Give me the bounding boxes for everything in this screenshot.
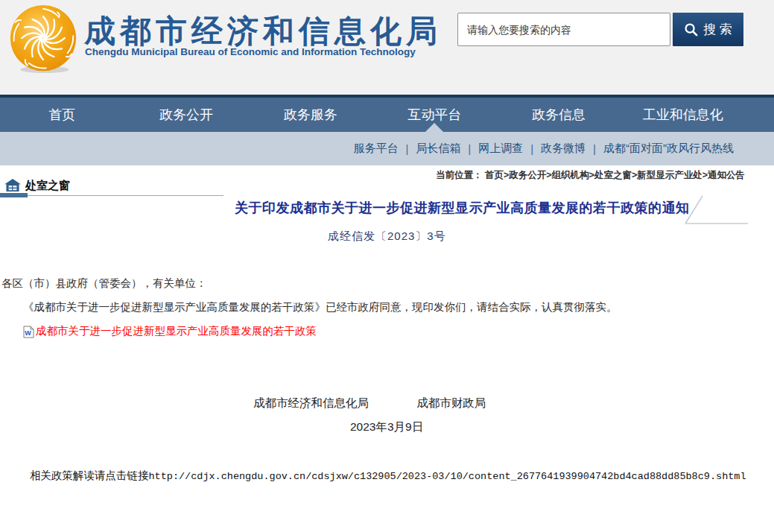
main-nav: 首页 政务公开 政务服务 互动平台 政务信息 工业和信息化 [0, 95, 774, 132]
signature-org-left: 成都市经济和信息化局 [253, 396, 369, 409]
article-salutation: 各区（市）县政府（管委会），有关单位： [1, 276, 207, 291]
subnav-separator: | [468, 142, 471, 155]
sub-nav: 服务平台 | 局长信箱 | 网上调查 | 政务微博 | 成都“面对面”政风行风热… [0, 132, 774, 165]
title-decoration [679, 192, 773, 227]
document-number: 成经信发〔2023〕3号 [328, 229, 446, 244]
breadcrumb-prefix: 当前位置： [436, 170, 483, 180]
subnav-item-service-platform[interactable]: 服务平台 [353, 142, 398, 156]
active-nav-arrow-icon [425, 123, 443, 132]
search-button[interactable]: 搜 索 [673, 13, 743, 46]
nav-item-home[interactable]: 首页 [0, 98, 124, 132]
related-policy-line: 相关政策解读请点击链接http://cdjx.chengdu.gov.cn/cd… [30, 469, 746, 483]
related-policy-prefix: 相关政策解读请点击链接 [30, 469, 149, 481]
nav-item-gov-disclosure[interactable]: 政务公开 [124, 98, 249, 132]
sun-bird-logo-icon[interactable] [7, 3, 79, 76]
site-title-english: Chengdu Municipal Bureau of Economic and… [85, 46, 416, 57]
page: 成都市经济和信息化局 Chengdu Municipal Bureau of E… [0, 0, 774, 532]
related-policy-url[interactable]: http://cdjx.chengdu.gov.cn/cdsjxw/c13290… [149, 471, 746, 482]
subnav-separator: | [405, 142, 408, 155]
sidebar-section-title: 处室之窗 [25, 179, 70, 193]
signature-line: 成都市经济和信息化局 成都市财政局 [253, 396, 486, 411]
nav-item-gov-information[interactable]: 政务信息 [497, 98, 621, 132]
attachment-label: 成都市关于进一步促进新型显示产业高质量发展的若干政策 [36, 324, 317, 339]
subnav-separator: | [593, 142, 596, 155]
subnav-item-online-survey[interactable]: 网上调查 [478, 142, 523, 156]
signature-date: 2023年3月9日 [350, 419, 423, 435]
subnav-item-hotline[interactable]: 成都“面对面”政风行风热线 [603, 142, 734, 156]
search-button-label: 搜 索 [703, 21, 732, 38]
search-icon [684, 22, 698, 37]
subnav-separator: | [530, 142, 533, 155]
signature-org-right: 成都市财政局 [416, 396, 486, 409]
svg-text:W: W [25, 329, 31, 337]
attachment-link[interactable]: W 成都市关于进一步促进新型显示产业高质量发展的若干政策 [23, 324, 317, 339]
nav-item-gov-services[interactable]: 政务服务 [248, 98, 372, 132]
subnav-item-gov-weibo[interactable]: 政务微博 [541, 142, 586, 156]
article-body: 《成都市关于进一步促进新型显示产业高质量发展的若干政策》已经市政府同意，现印发你… [23, 300, 618, 314]
sidebar-divider-accent [0, 193, 28, 197]
breadcrumb: 当前位置： 首页>政务公开>组织机构>处室之窗>新型显示产业处>通知公告 [0, 169, 745, 182]
subnav-item-director-mailbox[interactable]: 局长信箱 [416, 142, 460, 156]
word-doc-icon: W [23, 326, 34, 338]
house-icon [4, 179, 21, 192]
nav-item-industry-informatization[interactable]: 工业和信息化 [621, 98, 745, 132]
main-nav-items: 首页 政务公开 政务服务 互动平台 政务信息 工业和信息化 [0, 98, 745, 132]
sidebar-divider [0, 195, 223, 196]
article-title: 关于印发成都市关于进一步促进新型显示产业高质量发展的若干政策的通知 [235, 199, 690, 217]
search-input[interactable] [457, 13, 670, 46]
site-header: 成都市经济和信息化局 Chengdu Municipal Bureau of E… [0, 0, 774, 95]
breadcrumb-trail[interactable]: 首页>政务公开>组织机构>处室之窗>新型显示产业处>通知公告 [485, 170, 745, 180]
